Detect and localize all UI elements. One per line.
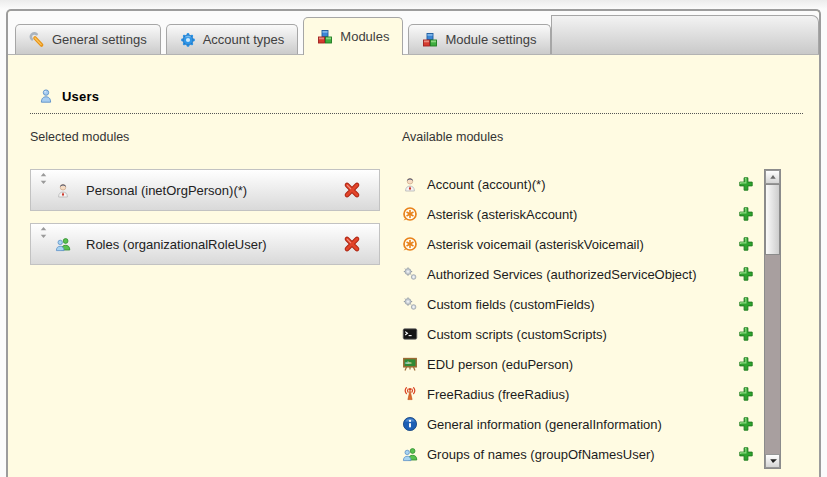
modules-columns: Selected modules Personal (inetOrgPerson… bbox=[30, 130, 781, 469]
people-icon bbox=[55, 236, 71, 252]
person-icon bbox=[402, 176, 418, 192]
add-module-button[interactable] bbox=[738, 236, 754, 252]
selected-module-label: Roles (organizationalRoleUser) bbox=[86, 237, 267, 252]
asterisk-icon bbox=[402, 206, 418, 222]
gears-icon bbox=[402, 296, 418, 312]
add-module-button[interactable] bbox=[738, 416, 754, 432]
selected-module-row[interactable]: Roles (organizationalRoleUser) bbox=[30, 223, 380, 265]
gears-icon bbox=[402, 266, 418, 282]
available-module-row: General information (generalInformation) bbox=[402, 409, 754, 439]
remove-module-button[interactable] bbox=[343, 235, 361, 253]
available-module-label: Authorized Services (authorizedServiceOb… bbox=[427, 267, 697, 282]
remove-module-button[interactable] bbox=[343, 181, 361, 199]
selected-modules-heading: Selected modules bbox=[30, 130, 380, 144]
scrollbar-up-button[interactable] bbox=[765, 170, 780, 184]
antenna-icon bbox=[402, 386, 418, 402]
available-module-label: Custom fields (customFields) bbox=[427, 297, 595, 312]
tab-general-settings[interactable]: General settings bbox=[15, 24, 161, 54]
add-module-button[interactable] bbox=[738, 176, 754, 192]
available-module-label: Custom scripts (customScripts) bbox=[427, 327, 607, 342]
terminal-icon bbox=[402, 326, 418, 342]
tab-label: General settings bbox=[52, 32, 147, 47]
chalkboard-icon: abc bbox=[402, 356, 418, 372]
scrollbar-thumb[interactable] bbox=[765, 184, 780, 255]
tab-bar-filler bbox=[551, 15, 819, 54]
add-module-button[interactable] bbox=[738, 326, 754, 342]
available-module-label: General information (generalInformation) bbox=[427, 417, 662, 432]
add-module-button[interactable] bbox=[738, 266, 754, 282]
available-module-row: Groups of names (groupOfNamesUser) bbox=[402, 439, 754, 469]
people-icon bbox=[402, 446, 418, 462]
scroll-up-icon bbox=[769, 173, 777, 181]
available-modules-column: Available modules Account (account)(*)As… bbox=[402, 130, 781, 469]
wrench-icon bbox=[29, 32, 45, 48]
selected-module-label: Personal (inetOrgPerson)(*) bbox=[86, 183, 247, 198]
svg-text:abc: abc bbox=[405, 360, 412, 365]
tab-account-types[interactable]: Account types bbox=[166, 24, 299, 54]
selected-modules-list: Personal (inetOrgPerson)(*)Roles (organi… bbox=[30, 169, 380, 265]
available-module-row: FreeRadius (freeRadius) bbox=[402, 379, 754, 409]
available-module-label: Groups of names (groupOfNamesUser) bbox=[427, 447, 655, 462]
modules-icon bbox=[317, 29, 333, 45]
tab-bar: General settingsAccount typesModulesModu… bbox=[8, 11, 819, 55]
section-title: Users bbox=[62, 89, 99, 104]
tab-label: Module settings bbox=[445, 32, 536, 47]
available-modules-heading: Available modules bbox=[402, 130, 781, 144]
available-modules-list: Account (account)(*)Asterisk (asteriskAc… bbox=[402, 169, 754, 469]
add-module-button[interactable] bbox=[738, 446, 754, 462]
asterisk-icon bbox=[402, 236, 418, 252]
add-module-button[interactable] bbox=[738, 356, 754, 372]
available-module-row: abcEDU person (eduPerson) bbox=[402, 349, 754, 379]
scrollbar-track[interactable] bbox=[765, 255, 780, 454]
available-module-row: Custom fields (customFields) bbox=[402, 289, 754, 319]
modules-tab-content: Users Selected modules Personal (inetOrg… bbox=[8, 88, 819, 469]
drag-handle-icon bbox=[38, 226, 49, 239]
tab-modules[interactable]: Modules bbox=[303, 17, 403, 55]
add-module-button[interactable] bbox=[738, 296, 754, 312]
add-module-button[interactable] bbox=[738, 386, 754, 402]
available-module-row: Custom scripts (customScripts) bbox=[402, 319, 754, 349]
available-module-row: Asterisk (asteriskAccount) bbox=[402, 199, 754, 229]
available-module-label: FreeRadius (freeRadius) bbox=[427, 387, 569, 402]
available-modules-scrollbar[interactable] bbox=[764, 169, 781, 469]
available-module-row: Account (account)(*) bbox=[402, 169, 754, 199]
section-heading: Users bbox=[30, 88, 803, 114]
available-module-label: EDU person (eduPerson) bbox=[427, 357, 573, 372]
available-modules-area: Account (account)(*)Asterisk (asteriskAc… bbox=[402, 169, 781, 469]
available-module-label: Account (account)(*) bbox=[427, 177, 546, 192]
scrollbar-down-button[interactable] bbox=[765, 454, 780, 468]
available-module-label: Asterisk voicemail (asteriskVoicemail) bbox=[427, 237, 644, 252]
selected-modules-column: Selected modules Personal (inetOrgPerson… bbox=[30, 130, 380, 469]
gear-blue-icon bbox=[180, 32, 196, 48]
settings-panel: General settingsAccount typesModulesModu… bbox=[6, 9, 821, 477]
drag-handle-icon bbox=[38, 172, 49, 185]
tab-label: Account types bbox=[203, 32, 285, 47]
available-module-row: Authorized Services (authorizedServiceOb… bbox=[402, 259, 754, 289]
available-module-label: Asterisk (asteriskAccount) bbox=[427, 207, 577, 222]
selected-module-row[interactable]: Personal (inetOrgPerson)(*) bbox=[30, 169, 380, 211]
add-module-button[interactable] bbox=[738, 206, 754, 222]
person-icon bbox=[55, 182, 71, 198]
tab-label: Modules bbox=[340, 29, 389, 44]
user-icon bbox=[38, 88, 54, 104]
info-icon bbox=[402, 416, 418, 432]
tab-module-settings[interactable]: Module settings bbox=[408, 24, 550, 54]
scroll-down-icon bbox=[769, 457, 777, 465]
modules-icon bbox=[422, 32, 438, 48]
available-module-row: Asterisk voicemail (asteriskVoicemail) bbox=[402, 229, 754, 259]
